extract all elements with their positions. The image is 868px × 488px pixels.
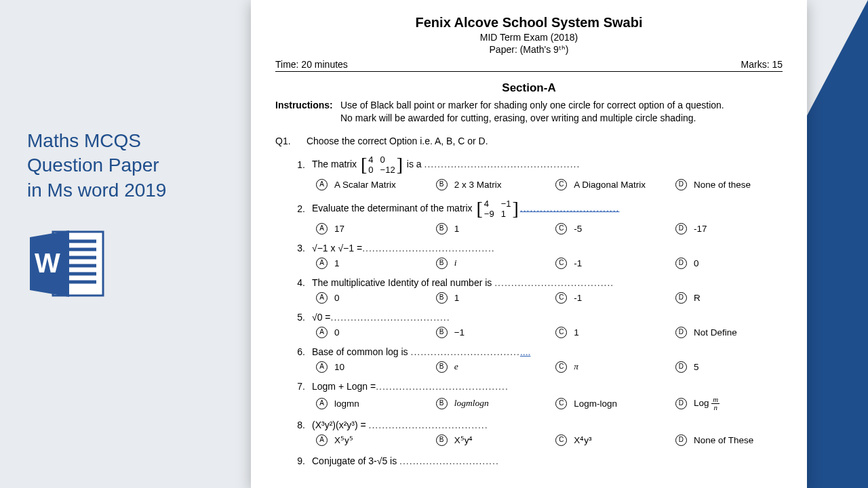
question-stem: √−1 x √−1 =.............................… [312, 243, 783, 253]
option-c[interactable]: C1 [555, 327, 675, 338]
option-b[interactable]: Blogmlogn [436, 396, 556, 411]
title-line-1: Maths MCQS [27, 129, 231, 153]
question-stem: Conjugate of 3-√5 is ...................… [312, 455, 783, 466]
options-row: A10 Be Cπ D5 [275, 361, 783, 373]
paper-name: Paper: (Math's 9ᵗʰ) [275, 44, 783, 55]
option-b[interactable]: Be [436, 361, 556, 373]
options-row: A0 B1 C-1 DR [275, 292, 783, 304]
svg-text:W: W [35, 248, 60, 278]
question-stem: Evaluate the determinant of the matrix [… [312, 199, 783, 219]
section-heading: Section-A [275, 81, 783, 95]
question-number: 3. [275, 243, 312, 253]
option-b[interactable]: BX⁵y⁴ [436, 434, 556, 446]
option-b[interactable]: Bi [436, 258, 556, 269]
option-c[interactable]: Cπ [555, 361, 675, 373]
option-d[interactable]: DR [675, 292, 783, 304]
question-stem: √0 =.................................... [312, 312, 783, 323]
options-row: AX⁵y⁵ BX⁵y⁴ CX⁴y³ DNone of These [275, 434, 783, 446]
bubble-icon: C [555, 434, 567, 446]
question-number: 6. [275, 346, 312, 357]
question-row: 8. (X³y²)(x²y³) = ......................… [275, 420, 783, 430]
bubble-icon: D [675, 179, 687, 190]
bubble-icon: D [675, 327, 687, 338]
question-number: 4. [275, 277, 312, 288]
option-d[interactable]: D-17 [675, 223, 783, 235]
bubble-icon: C [555, 223, 567, 235]
exam-term: MID Term Exam (2018) [275, 32, 783, 43]
bubble-icon: C [555, 398, 567, 409]
option-c[interactable]: C-5 [555, 223, 675, 235]
ms-word-icon: W [27, 226, 231, 304]
bubble-icon: A [316, 223, 328, 235]
q1-label: Q1. [275, 136, 304, 146]
option-b[interactable]: B1 [436, 292, 556, 304]
bubble-icon: A [316, 327, 328, 338]
bubble-icon: D [675, 258, 687, 269]
question-row: 2. Evaluate the determinant of the matri… [275, 199, 783, 219]
left-panel: Maths MCQS Question Paper in Ms word 201… [27, 129, 231, 304]
instructions-body: Use of Black ball point or marker for sh… [340, 99, 724, 125]
bubble-icon: C [555, 327, 567, 338]
option-d[interactable]: D Log mn [675, 396, 783, 411]
option-a[interactable]: AX⁵y⁵ [316, 434, 436, 446]
bubble-icon: B [436, 327, 448, 338]
option-c[interactable]: CLogm-logn [555, 396, 675, 411]
option-a[interactable]: A0 [316, 327, 436, 338]
option-c[interactable]: CA Diagonal Matrix [555, 179, 675, 190]
option-d[interactable]: DNot Define [675, 327, 783, 338]
bubble-icon: A [316, 361, 328, 373]
question-number: 9. [275, 455, 312, 466]
option-a[interactable]: A17 [316, 223, 436, 235]
option-d[interactable]: DNone of These [675, 434, 783, 446]
bubble-icon: A [316, 258, 328, 269]
question-row: 6. Base of common log is ...............… [275, 346, 783, 357]
options-row: A1 Bi C-1 D0 [275, 258, 783, 269]
bubble-icon: B [436, 179, 448, 190]
bubble-icon: B [436, 434, 448, 446]
instructions-line-2: No mark will be awarded for cutting, era… [340, 112, 724, 125]
option-b[interactable]: B1 [436, 223, 556, 235]
meta-bar: Time: 20 minutes Marks: 15 [275, 59, 783, 72]
bubble-icon: B [436, 398, 448, 409]
instructions-label: Instructions: [275, 99, 340, 125]
thumbnail-title: Maths MCQS Question Paper in Ms word 201… [27, 129, 231, 203]
instructions: Instructions: Use of Black ball point or… [275, 99, 783, 125]
bubble-icon: A [316, 292, 328, 304]
matrix-icon: [ 40 0−12 ] [361, 155, 403, 175]
option-b[interactable]: B2 x 3 Matrix [436, 179, 556, 190]
option-c[interactable]: CX⁴y³ [555, 434, 675, 446]
options-row: A17 B1 C-5 D-17 [275, 223, 783, 235]
question-row: 7. Logm + Logn =........................… [275, 381, 783, 392]
option-a[interactable]: AA Scalar Matrix [316, 179, 436, 190]
option-d[interactable]: DNone of these [675, 179, 783, 190]
bubble-icon: B [436, 292, 448, 304]
bubble-icon: C [555, 179, 567, 190]
option-b[interactable]: B−1 [436, 327, 556, 338]
bubble-icon: B [436, 258, 448, 269]
option-a[interactable]: A10 [316, 361, 436, 373]
question-stem: The multiplicative Identity of real numb… [312, 277, 783, 288]
bubble-icon: A [316, 398, 328, 409]
option-d[interactable]: D0 [675, 258, 783, 269]
question-number: 1. [275, 159, 312, 170]
option-a[interactable]: Alogmn [316, 396, 436, 411]
title-line-2: Question Paper [27, 153, 231, 178]
option-c[interactable]: C-1 [555, 258, 675, 269]
question-number: 8. [275, 420, 312, 430]
option-d[interactable]: D5 [675, 361, 783, 373]
option-d-text: Log mn [694, 396, 719, 411]
question-stem: Logm + Logn =...........................… [312, 381, 783, 392]
option-a[interactable]: A1 [316, 258, 436, 269]
instructions-line-1: Use of Black ball point or marker for sh… [340, 99, 724, 112]
option-a[interactable]: A0 [316, 292, 436, 304]
bubble-icon: A [316, 179, 328, 190]
bubble-icon: A [316, 434, 328, 446]
question-row: 3. √−1 x √−1 =..........................… [275, 243, 783, 253]
options-row: A0 B−1 C1 DNot Define [275, 327, 783, 338]
school-name: Fenix Alcove School System Swabi [275, 15, 783, 30]
question-row: 9. Conjugate of 3-√5 is ................… [275, 455, 783, 466]
marks-label: Marks: 15 [741, 59, 783, 70]
option-c[interactable]: C-1 [555, 292, 675, 304]
bubble-icon: D [675, 223, 687, 235]
bubble-icon: D [675, 361, 687, 373]
